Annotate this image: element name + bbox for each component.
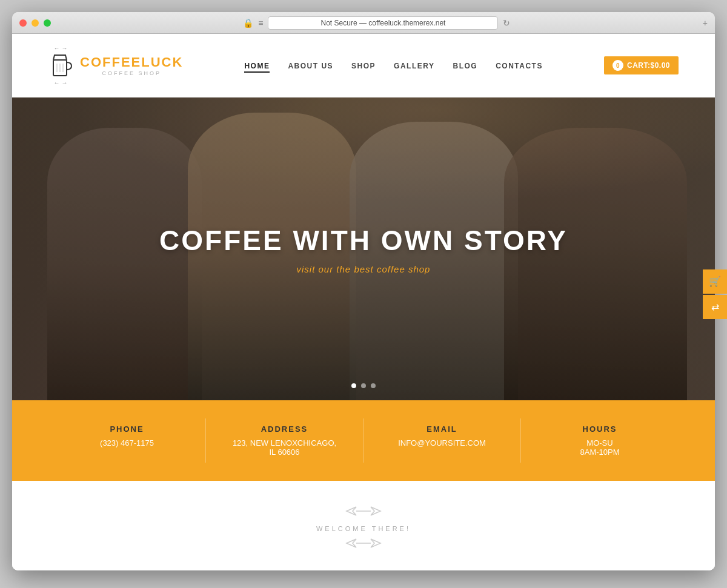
maximize-button[interactable] <box>44 19 51 27</box>
info-bar: PHONE (323) 467-1175 ADDRESS 123, NEW LE… <box>12 400 715 481</box>
hero-dots <box>351 383 376 388</box>
browser-actions: + <box>703 18 708 28</box>
welcome-text: WELCOME THERE! <box>12 525 715 532</box>
info-hours-label: HOURS <box>533 424 666 434</box>
logo-area: ← → ← → COFFEELUCK <box>48 45 183 86</box>
nav-link-blog[interactable]: BLOG <box>453 62 477 70</box>
info-email-label: EMAIL <box>376 424 508 434</box>
browser-addressbar: 🔒 ≡ Not Secure — coffeeluck.themerex.net… <box>51 16 703 30</box>
main-nav: HOME ABOUT US SHOP GALLERY BLOG CONTACTS <box>244 60 543 71</box>
logo-icon-wrapper: ← → ← → <box>48 45 73 86</box>
site-header: ← → ← → COFFEELUCK <box>12 34 715 97</box>
floating-share-button[interactable]: ⇄ <box>703 295 727 319</box>
info-phone-value: (323) 467-1175 <box>61 438 193 448</box>
nav-link-about[interactable]: ABOUT US <box>288 62 333 70</box>
info-address-value: 123, NEW LENOXCHICAGO,IL 60606 <box>218 438 351 457</box>
browser-titlebar: 🔒 ≡ Not Secure — coffeeluck.themerex.net… <box>12 12 715 34</box>
hero-subtitle: visit our the best coffee shop <box>159 264 568 274</box>
new-tab-icon[interactable]: + <box>703 18 708 28</box>
info-email: EMAIL INFO@YOURSITE.COM <box>364 418 521 463</box>
floating-sidebar: 🛒 ⇄ <box>703 269 727 319</box>
nav-link-shop[interactable]: SHOP <box>351 62 376 70</box>
welcome-arrows-top <box>12 505 715 520</box>
logo-name-part2: LUCK <box>141 55 183 70</box>
page-content: ← → ← → COFFEELUCK <box>12 34 715 570</box>
hero-background: COFFEE WITH OWN STORY visit our the best… <box>12 97 715 400</box>
floating-share-icon: ⇄ <box>711 301 719 312</box>
address-bar[interactable]: Not Secure — coffeeluck.themerex.net <box>268 16 498 30</box>
nav-item-home[interactable]: HOME <box>244 60 270 71</box>
logo-name: COFFEELUCK <box>80 55 183 70</box>
cart-amount: $0.00 <box>650 61 670 70</box>
logo-arrow-top: ← → <box>54 45 68 51</box>
nav-item-contacts[interactable]: CONTACTS <box>496 60 543 71</box>
dot-3[interactable] <box>371 383 376 388</box>
nav-link-gallery[interactable]: GALLERY <box>394 62 434 70</box>
nav-link-home[interactable]: HOME <box>244 62 270 73</box>
logo-cup-icon <box>48 51 73 79</box>
cart-count: 0 <box>612 60 623 71</box>
dot-1[interactable] <box>351 383 356 388</box>
welcome-section: WELCOME THERE! <box>12 481 715 570</box>
browser-controls <box>19 19 51 27</box>
floating-cart-icon: 🛒 <box>709 276 721 287</box>
refresh-icon[interactable]: ↻ <box>503 18 510 28</box>
info-hours: HOURS MO-SU8AM-10PM <box>521 418 679 463</box>
info-address: ADDRESS 123, NEW LENOXCHICAGO,IL 60606 <box>206 418 364 463</box>
nav-link-contacts[interactable]: CONTACTS <box>496 62 543 70</box>
minimize-button[interactable] <box>32 19 39 27</box>
info-address-label: ADDRESS <box>218 424 351 434</box>
hero-content: COFFEE WITH OWN STORY visit our the best… <box>159 224 568 274</box>
logo-name-part1: COFFEE <box>80 55 141 70</box>
nav-links: HOME ABOUT US SHOP GALLERY BLOG CONTACTS <box>244 60 543 71</box>
logo-text-area: COFFEELUCK COFFEE SHOP <box>80 55 183 76</box>
cart-label-text: CART: <box>627 61 651 70</box>
nav-item-about[interactable]: ABOUT US <box>288 60 333 71</box>
browser-window: 🔒 ≡ Not Secure — coffeeluck.themerex.net… <box>12 12 715 570</box>
lock-icon: 🔒 <box>243 18 253 28</box>
cart-button[interactable]: 0 CART:$0.00 <box>604 56 679 74</box>
welcome-arrows-bottom <box>12 537 715 552</box>
info-phone-label: PHONE <box>61 424 193 434</box>
hero-title: COFFEE WITH OWN STORY <box>159 224 568 257</box>
info-email-value: INFO@YOURSITE.COM <box>376 438 508 448</box>
info-phone: PHONE (323) 467-1175 <box>48 418 206 463</box>
hero-section: COFFEE WITH OWN STORY visit our the best… <box>12 97 715 400</box>
menu-icon: ≡ <box>258 18 263 28</box>
logo-arrow-bottom: ← → <box>54 79 68 86</box>
nav-item-shop[interactable]: SHOP <box>351 60 376 71</box>
dot-2[interactable] <box>361 383 366 388</box>
nav-item-gallery[interactable]: GALLERY <box>394 60 434 71</box>
logo-subtitle: COFFEE SHOP <box>80 70 183 76</box>
nav-item-blog[interactable]: BLOG <box>453 60 477 71</box>
floating-cart-button[interactable]: 🛒 <box>703 269 727 294</box>
close-button[interactable] <box>19 19 27 27</box>
info-hours-value: MO-SU8AM-10PM <box>533 438 666 457</box>
cart-label: CART:$0.00 <box>627 61 670 70</box>
